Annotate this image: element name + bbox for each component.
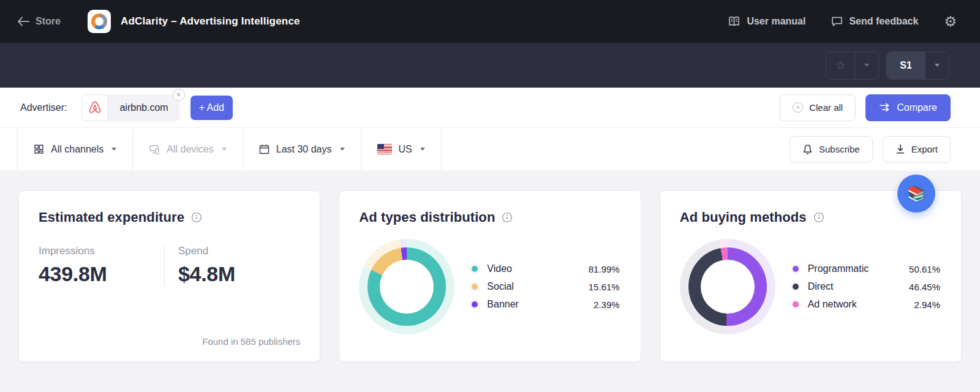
chevron-down-icon [935, 64, 940, 67]
preset-dropdown-button[interactable] [925, 52, 949, 79]
back-label: Store [36, 16, 61, 27]
legend-item[interactable]: Direct46.45% [793, 281, 940, 292]
impressions-metric: Impressions 439.8M [39, 245, 164, 286]
ad-buying-methods-card: Ad buying methods Programmatic50.61%Dire… [660, 190, 962, 362]
report-sub-header: ☆ S1 [0, 43, 980, 88]
legend-dot [472, 266, 478, 272]
legend-value: 50.61% [909, 264, 940, 274]
favorite-star-button[interactable]: ☆ [826, 52, 854, 79]
chevron-down-icon [111, 148, 116, 151]
send-feedback-label: Send feedback [849, 16, 918, 27]
preset-split-button: S1 [886, 51, 949, 80]
estimated-expenditure-card: Estimated expenditure Impressions 439.8M… [18, 190, 320, 362]
compare-button[interactable]: Compare [865, 94, 951, 121]
export-button[interactable]: Export [883, 136, 951, 163]
back-to-store-button[interactable]: Store [17, 16, 61, 27]
legend-value: 2.94% [914, 300, 940, 310]
card-title: Estimated expenditure [39, 209, 184, 225]
top-bar: Store AdClarity – Advertising Intelligen… [0, 0, 980, 43]
legend-label: Programmatic [808, 263, 869, 274]
ad-types-legend: Video81.99%Social15.61%Banner2.39% [472, 263, 620, 310]
books-icon: 📚 [907, 185, 925, 203]
clear-icon: × [793, 102, 803, 113]
bell-icon [802, 144, 813, 155]
feedback-bubble-icon [831, 16, 843, 27]
download-icon [895, 144, 905, 154]
remove-advertiser-button[interactable]: × [173, 89, 185, 101]
ad-buying-donut-chart[interactable] [680, 239, 775, 334]
impressions-value: 439.8M [39, 262, 146, 286]
clear-all-label: Clear all [809, 102, 843, 113]
app-title: AdClarity – Advertising Intelligence [121, 15, 300, 28]
legend-dot [472, 301, 478, 307]
legend-dot [472, 284, 478, 290]
user-manual-label: User manual [747, 16, 805, 27]
country-filter-label: US [399, 144, 412, 155]
advertiser-row: Advertiser: airbnb.com × + Add × Clear a… [0, 88, 980, 127]
info-icon[interactable] [813, 212, 824, 223]
devices-filter[interactable]: All devices [133, 128, 243, 170]
date-range-filter-label: Last 30 days [276, 144, 332, 155]
dashboard-content: Estimated expenditure Impressions 439.8M… [0, 170, 980, 392]
filter-bar: All channels All devices Last 30 days US… [0, 127, 980, 170]
legend-dot [793, 301, 799, 307]
compare-label: Compare [897, 102, 937, 113]
subscribe-label: Subscribe [819, 144, 860, 154]
user-manual-link[interactable]: User manual [728, 16, 805, 27]
clear-all-button[interactable]: × Clear all [780, 94, 856, 121]
ad-buying-legend: Programmatic50.61%Direct46.45%Ad network… [793, 263, 941, 310]
info-icon[interactable] [191, 212, 202, 223]
settings-gear-icon[interactable]: ⚙ [944, 15, 957, 29]
resources-fab-button[interactable]: 📚 [897, 175, 935, 213]
send-feedback-link[interactable]: Send feedback [831, 16, 918, 27]
legend-item[interactable]: Banner2.39% [472, 299, 619, 310]
chevron-down-icon [222, 148, 227, 151]
book-icon [728, 16, 741, 27]
info-icon[interactable] [502, 212, 513, 223]
legend-item[interactable]: Social15.61% [472, 281, 619, 292]
calendar-icon [259, 144, 270, 154]
subscribe-button[interactable]: Subscribe [790, 136, 873, 163]
legend-item[interactable]: Programmatic50.61% [793, 263, 940, 274]
spend-label: Spend [178, 245, 277, 257]
impressions-label: Impressions [39, 245, 146, 257]
favorite-split-button: ☆ [826, 51, 879, 80]
legend-value: 81.99% [589, 264, 620, 274]
airbnb-logo [81, 94, 108, 121]
legend-label: Banner [487, 299, 519, 310]
chevron-down-icon [340, 148, 345, 151]
ad-types-distribution-card: Ad types distribution Video81.99%Social1… [339, 190, 641, 362]
card-title: Ad types distribution [359, 209, 495, 225]
date-range-filter[interactable]: Last 30 days [243, 128, 361, 170]
legend-label: Social [487, 281, 514, 292]
legend-value: 2.39% [594, 300, 620, 310]
publishers-footnote: Found in 585 publishers [202, 336, 300, 347]
country-filter[interactable]: US [361, 128, 442, 170]
add-advertiser-button[interactable]: + Add [190, 96, 233, 120]
devices-filter-label: All devices [167, 144, 213, 155]
advertiser-label: Advertiser: [20, 102, 67, 113]
legend-label: Ad network [808, 299, 857, 310]
channels-filter[interactable]: All channels [17, 128, 133, 170]
back-arrow-icon [17, 17, 29, 26]
compare-arrows-icon [879, 103, 891, 112]
advertiser-chip-airbnb[interactable]: airbnb.com × [81, 94, 179, 121]
card-title: Ad buying methods [680, 209, 807, 225]
spend-metric: Spend $4.8M [164, 245, 277, 286]
preset-s1-button[interactable]: S1 [887, 52, 925, 79]
ad-types-donut-chart[interactable] [359, 239, 454, 334]
adclarity-logo [88, 10, 111, 33]
legend-label: Direct [808, 281, 834, 292]
devices-icon [149, 145, 160, 154]
favorite-dropdown-button[interactable] [854, 52, 878, 79]
legend-label: Video [487, 263, 512, 274]
legend-item[interactable]: Video81.99% [472, 263, 619, 274]
us-flag-icon [377, 144, 392, 154]
chevron-down-icon [420, 148, 425, 151]
advertiser-domain: airbnb.com [108, 94, 179, 121]
channels-filter-label: All channels [51, 144, 104, 155]
legend-value: 46.45% [909, 282, 940, 292]
legend-item[interactable]: Ad network2.94% [793, 299, 940, 310]
export-label: Export [911, 144, 938, 154]
legend-dot [793, 266, 799, 272]
